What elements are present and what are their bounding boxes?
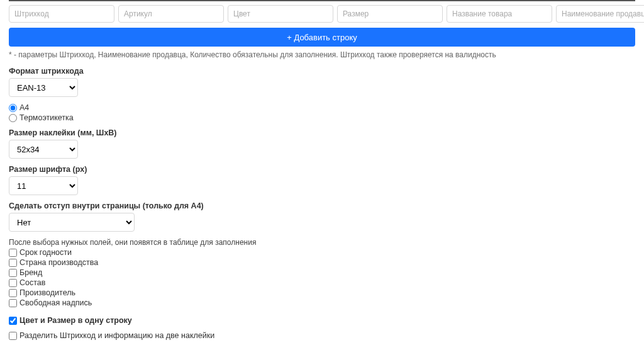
add-row-button[interactable]: + Добавить строку bbox=[9, 28, 635, 47]
page-format-thermo-label: Термоэтикетка bbox=[19, 113, 74, 122]
barcode-input[interactable] bbox=[9, 5, 114, 23]
field-free-text[interactable]: Свободная надпись bbox=[9, 298, 635, 307]
size-input[interactable] bbox=[337, 5, 443, 23]
field-brand[interactable]: Бренд bbox=[9, 268, 635, 277]
sticker-size-label: Размер наклейки (мм, ШxВ) bbox=[9, 128, 635, 137]
barcode-format-select[interactable]: EAN-13 bbox=[9, 78, 78, 97]
barcode-format-label: Формат штрихкода bbox=[9, 67, 635, 76]
required-fields-note: * - параметры Штрихкод, Наименование про… bbox=[9, 50, 635, 59]
seller-name-input[interactable] bbox=[556, 5, 644, 23]
color-input[interactable] bbox=[228, 5, 333, 23]
article-input[interactable] bbox=[118, 5, 224, 23]
page-margin-select[interactable]: Нет bbox=[9, 213, 135, 232]
field-composition-checkbox[interactable] bbox=[9, 279, 17, 287]
option-color-size-one-line[interactable]: Цвет и Размер в одну строку bbox=[9, 316, 635, 325]
field-shelf-life-checkbox[interactable] bbox=[9, 249, 17, 257]
page-format-a4-radio[interactable] bbox=[9, 104, 17, 112]
option-color-size-one-line-checkbox[interactable] bbox=[9, 317, 17, 325]
font-size-select[interactable]: 11 bbox=[9, 176, 78, 195]
field-brand-checkbox[interactable] bbox=[9, 269, 17, 277]
page-format-a4-label: A4 bbox=[19, 103, 29, 112]
field-manufacturer[interactable]: Производитель bbox=[9, 288, 635, 297]
option-split-two-stickers[interactable]: Разделить Штрихкод и информацию на две н… bbox=[9, 331, 635, 340]
field-composition[interactable]: Состав bbox=[9, 278, 635, 287]
option-split-two-stickers-checkbox[interactable] bbox=[9, 332, 17, 340]
page-margin-label: Сделать отступ внутри страницы (только д… bbox=[9, 201, 635, 210]
page-format-thermo-radio[interactable] bbox=[9, 114, 17, 122]
extra-fields-hint: После выбора нужных полей, они появятся … bbox=[9, 238, 635, 247]
field-shelf-life[interactable]: Срок годности bbox=[9, 248, 635, 257]
product-name-input[interactable] bbox=[447, 5, 552, 23]
field-manufacturer-checkbox[interactable] bbox=[9, 289, 17, 297]
font-size-label: Размер шрифта (px) bbox=[9, 165, 635, 174]
field-free-text-checkbox[interactable] bbox=[9, 299, 17, 307]
product-input-row: X bbox=[9, 0, 635, 28]
page-format-thermo-option[interactable]: Термоэтикетка bbox=[9, 113, 635, 122]
field-country[interactable]: Страна производства bbox=[9, 258, 635, 267]
field-country-checkbox[interactable] bbox=[9, 259, 17, 267]
sticker-size-select[interactable]: 52x34 bbox=[9, 140, 78, 159]
page-format-a4-option[interactable]: A4 bbox=[9, 103, 635, 112]
